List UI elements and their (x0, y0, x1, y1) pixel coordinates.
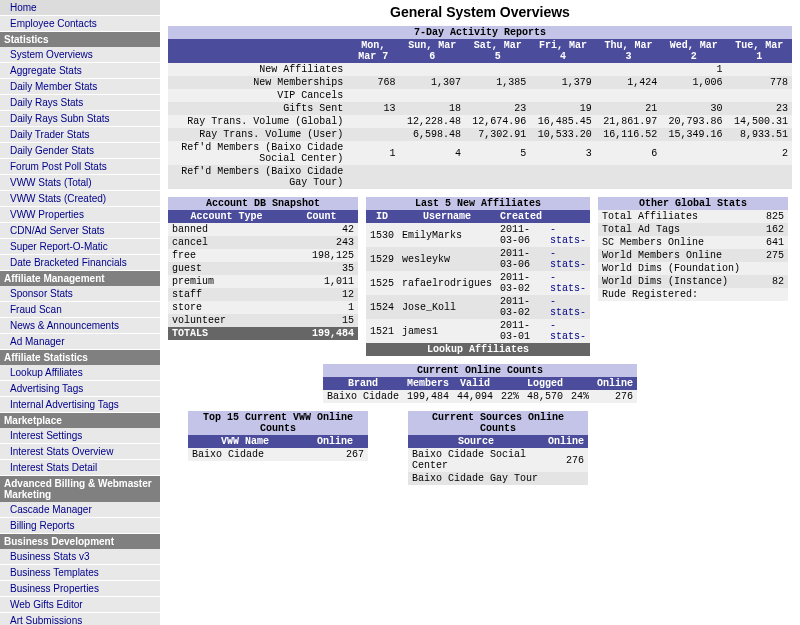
nav-item[interactable]: Business Properties (0, 581, 160, 597)
cell: Baixo Cidade Gay Tour (408, 472, 544, 485)
cell (596, 165, 661, 189)
table-row: 1524Jose_Koll2011-03-02-stats- (366, 295, 590, 319)
nav-item[interactable]: Business Stats v3 (0, 549, 160, 565)
cell: 18 (400, 102, 465, 115)
table-row: Baixo Cidade199,48444,09422%48,57024%276 (323, 390, 637, 403)
nav-item[interactable]: Cascade Manager (0, 502, 160, 518)
vww-table: Top 15 Current VWW Online CountsVWW Name… (188, 411, 368, 461)
stats-link[interactable]: -stats- (546, 271, 590, 295)
cell (661, 165, 726, 189)
cell: store (168, 301, 285, 314)
nav-item[interactable]: Aggregate Stats (0, 63, 160, 79)
nav-item[interactable]: Daily Rays Subn Stats (0, 111, 160, 127)
cell: 825 (759, 210, 788, 223)
nav-item[interactable]: Advertising Tags (0, 381, 160, 397)
table-row: World Members Online275 (598, 249, 788, 262)
cell (400, 165, 465, 189)
cell (347, 63, 399, 76)
cell: 1,424 (596, 76, 661, 89)
cell: 1 (661, 63, 726, 76)
nav-header: Statistics (0, 32, 160, 47)
table-title: Account DB Snapshot (168, 197, 358, 210)
cell (759, 288, 788, 301)
cell: 276 (593, 390, 637, 403)
cell: Baixo Cidade (323, 390, 403, 403)
cell: 16,485.45 (530, 115, 595, 128)
nav-item[interactable]: Interest Stats Detail (0, 460, 160, 476)
nav-item[interactable]: Forum Post Poll Stats (0, 159, 160, 175)
cell: 2011-03-06 (496, 223, 546, 247)
nav-item[interactable]: VWW Stats (Created) (0, 191, 160, 207)
cell: 1,379 (530, 76, 595, 89)
table-title: Last 5 New Affiliates (366, 197, 590, 210)
lookup-affiliates-button[interactable]: Lookup Affiliates (427, 344, 529, 355)
stats-link[interactable]: -stats- (546, 247, 590, 271)
nav-item[interactable]: Fraud Scan (0, 302, 160, 318)
nav-item[interactable]: Lookup Affiliates (0, 365, 160, 381)
cell: banned (168, 223, 285, 236)
nav-item[interactable]: VWW Properties (0, 207, 160, 223)
nav-item[interactable]: Ad Manager (0, 334, 160, 350)
nav-item[interactable]: News & Announcements (0, 318, 160, 334)
table-row: store1 (168, 301, 358, 314)
nav-item[interactable]: Internal Advertising Tags (0, 397, 160, 413)
col-header: Count (285, 210, 358, 223)
nav-item[interactable]: Daily Trader Stats (0, 127, 160, 143)
cell: 5 (465, 141, 530, 165)
cell (661, 141, 726, 165)
table-row: Ray Trans. Volume (User)6,598.487,302.91… (168, 128, 792, 141)
cell: 35 (285, 262, 358, 275)
cell: World Dims (Instance) (598, 275, 759, 288)
stats-link[interactable]: -stats- (546, 223, 590, 247)
cell (759, 262, 788, 275)
cell: Total Ad Tags (598, 223, 759, 236)
cell: Baixo Cidade Social Center (408, 448, 544, 472)
sources-table: Current Sources Online CountsSourceOnlin… (408, 411, 588, 485)
cell: 30 (661, 102, 726, 115)
nav-item[interactable]: System Overviews (0, 47, 160, 63)
cell: 1,385 (465, 76, 530, 89)
nav-item[interactable]: Business Templates (0, 565, 160, 581)
cell (347, 165, 399, 189)
table-title: 7-Day Activity Reports (168, 26, 792, 39)
cell: 1525 (366, 271, 398, 295)
nav-item[interactable]: Date Bracketed Financials (0, 255, 160, 271)
cell: 10,533.20 (530, 128, 595, 141)
cell: 8,933.51 (727, 128, 792, 141)
nav-item[interactable]: Home (0, 0, 160, 16)
table-row: banned42 (168, 223, 358, 236)
cell: 16,116.52 (596, 128, 661, 141)
table-row: cancel243 (168, 236, 358, 249)
row-label: New Affiliates (168, 63, 347, 76)
nav-item[interactable]: Super Report-O-Matic (0, 239, 160, 255)
cell: 243 (285, 236, 358, 249)
nav-item[interactable]: Sponsor Stats (0, 286, 160, 302)
cell: rafaelrodrigues (398, 271, 496, 295)
nav-item[interactable]: Web Gifts Editor (0, 597, 160, 613)
nav-item[interactable]: Daily Rays Stats (0, 95, 160, 111)
cell: 12,228.48 (400, 115, 465, 128)
table-row: New Memberships7681,3071,3851,3791,4241,… (168, 76, 792, 89)
nav-item[interactable]: Interest Stats Overview (0, 444, 160, 460)
stats-link[interactable]: -stats- (546, 295, 590, 319)
table-row: New Affiliates1 (168, 63, 792, 76)
nav-item[interactable]: Daily Member Stats (0, 79, 160, 95)
nav-item[interactable]: Employee Contacts (0, 16, 160, 32)
cell: 275 (759, 249, 788, 262)
nav-item[interactable]: CDN/Ad Server Stats (0, 223, 160, 239)
table-title: Current Online Counts (323, 364, 637, 377)
nav-item[interactable]: Art Submissions (0, 613, 160, 625)
row-label: Ray Trans. Volume (Global) (168, 115, 347, 128)
cell: 198,125 (285, 249, 358, 262)
cell: 14,500.31 (727, 115, 792, 128)
cell (400, 89, 465, 102)
nav-item[interactable]: Interest Settings (0, 428, 160, 444)
cell: Jose_Koll (398, 295, 496, 319)
cell (530, 63, 595, 76)
nav-item[interactable]: VWW Stats (Total) (0, 175, 160, 191)
stats-link[interactable]: -stats- (546, 319, 590, 343)
cell: 1,011 (285, 275, 358, 288)
nav-item[interactable]: Daily Gender Stats (0, 143, 160, 159)
col-header: Fri, Mar 4 (530, 39, 595, 63)
nav-item[interactable]: Billing Reports (0, 518, 160, 534)
